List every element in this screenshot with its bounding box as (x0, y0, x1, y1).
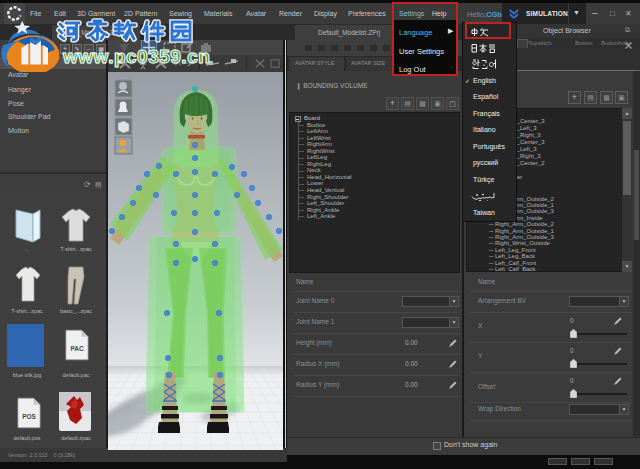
svg-text:POS: POS (22, 413, 36, 420)
svg-text:PAC: PAC (70, 345, 83, 352)
